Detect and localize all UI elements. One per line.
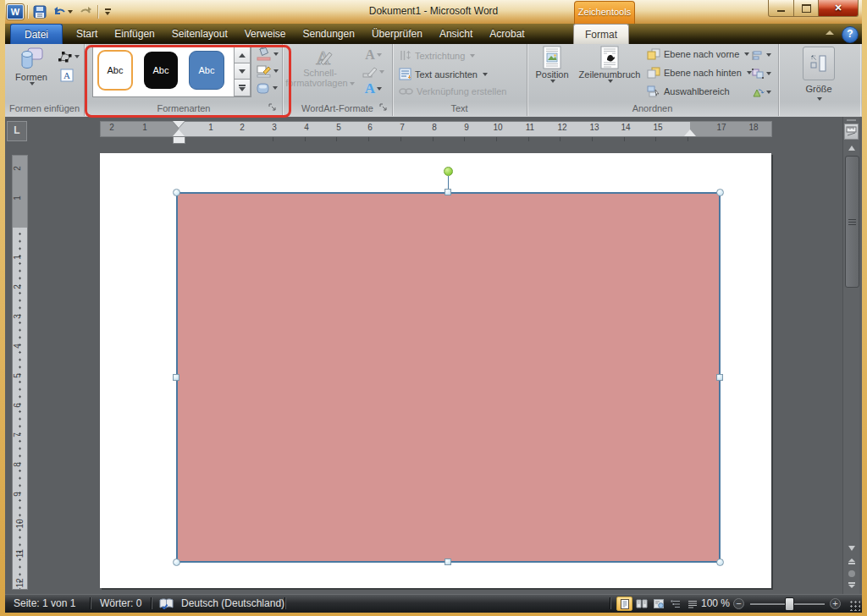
word-count[interactable]: Wörter: 0 <box>100 597 141 609</box>
shape-outline-arrow[interactable] <box>273 69 279 73</box>
resize-handle-left[interactable] <box>173 374 179 381</box>
shape-style-option-1[interactable]: Abc <box>97 51 133 90</box>
resize-handle-bottom-left[interactable] <box>173 558 180 566</box>
resize-handle-top-left[interactable] <box>173 189 180 196</box>
maximize-button[interactable] <box>794 0 819 17</box>
resize-handle-bottom-right[interactable] <box>716 558 724 566</box>
shape-fill-button[interactable] <box>253 47 280 62</box>
shape-style-option-2[interactable]: Abc <box>143 51 179 90</box>
right-indent-marker[interactable] <box>684 129 696 136</box>
view-fullscreen-reading-button[interactable] <box>633 597 649 611</box>
vertical-scrollbar[interactable] <box>842 117 859 594</box>
wordart-dialog-launcher[interactable] <box>379 103 389 113</box>
ribbon-tab[interactable]: Verweise <box>236 24 295 44</box>
ribbon-tab[interactable]: Seitenlayout <box>163 24 236 44</box>
selected-rectangle-shape[interactable] <box>176 192 721 563</box>
view-draft-button[interactable] <box>684 597 700 611</box>
shape-styles-dialog-launcher[interactable] <box>268 103 279 113</box>
resize-handle-top[interactable] <box>445 189 451 195</box>
create-link-button[interactable]: Verknüpfung erstellen <box>399 86 506 96</box>
edit-shape-button[interactable] <box>56 49 81 64</box>
shape-style-option-3[interactable]: Abc <box>189 51 224 90</box>
rotation-handle[interactable] <box>444 167 453 176</box>
ribbon-tab[interactable]: Einfügen <box>106 24 163 44</box>
resize-handle-top-right[interactable] <box>716 189 724 196</box>
zoom-in-button[interactable]: + <box>830 598 841 609</box>
edit-points-icon <box>58 51 73 63</box>
text-outline-button[interactable] <box>359 64 388 80</box>
rotate-objects-arrow <box>766 91 771 94</box>
align-objects-button[interactable] <box>748 48 774 62</box>
scroll-up-button[interactable] <box>844 142 859 154</box>
ribbon-tab[interactable]: Start <box>68 24 106 44</box>
shape-outline-button[interactable] <box>253 63 280 79</box>
text-direction-button[interactable]: Textrichtung <box>399 49 475 62</box>
text-effects-arrow[interactable] <box>377 87 382 91</box>
rotate-objects-icon <box>751 86 765 98</box>
shape-effects-button[interactable] <box>253 80 280 96</box>
page-indicator[interactable]: Seite: 1 von 1 <box>14 597 75 609</box>
group-objects-button[interactable] <box>748 67 774 80</box>
resize-grip[interactable] <box>849 600 860 611</box>
send-backward-button[interactable]: Ebene nach hinten <box>647 67 752 79</box>
ribbon-tab[interactable]: Überprüfen <box>363 24 431 44</box>
ribbon-tab[interactable]: Acrobat <box>481 24 533 44</box>
vertical-ruler[interactable]: 21 123456789101112 <box>12 155 28 590</box>
ribbon-tab[interactable]: Sendungen <box>294 24 362 44</box>
gallery-more-button[interactable] <box>234 79 251 96</box>
ribbon-tab[interactable]: Ansicht <box>431 24 481 44</box>
first-line-indent-marker[interactable] <box>173 121 185 128</box>
bring-forward-button[interactable]: Ebene nach vorne <box>647 48 749 60</box>
language-indicator[interactable]: Deutsch (Deutschland) <box>181 597 284 609</box>
size-button-frame <box>803 47 835 80</box>
next-page-button[interactable] <box>844 580 859 591</box>
zoom-level[interactable]: 100 % <box>701 597 730 609</box>
shapes-button[interactable]: Formen <box>8 47 54 101</box>
view-outline-button[interactable] <box>667 597 683 611</box>
align-text-button[interactable]: Text ausrichten <box>399 68 488 80</box>
shape-fill-arrow[interactable] <box>273 52 279 56</box>
toggle-ruler-button[interactable] <box>844 124 859 140</box>
ruler-number: 7 <box>400 123 405 132</box>
left-indent-marker[interactable] <box>173 136 185 144</box>
horizontal-ruler[interactable]: 21 123456789101112131415 1718 <box>100 121 772 137</box>
resize-handle-right[interactable] <box>716 374 723 381</box>
text-box-button[interactable]: A <box>58 68 76 83</box>
proofing-status-icon[interactable] <box>159 598 174 609</box>
minimize-button[interactable] <box>768 0 794 17</box>
gallery-scroll-up-button[interactable] <box>234 47 251 64</box>
close-button[interactable]: ✕ <box>819 0 859 17</box>
rotate-objects-button[interactable] <box>748 85 774 99</box>
help-button[interactable]: ? <box>842 26 859 43</box>
group-shape-styles: Abc Abc Abc <box>86 44 283 116</box>
gallery-scroll-down-button[interactable] <box>234 63 251 80</box>
text-outline-icon <box>362 66 378 79</box>
split-handle[interactable] <box>847 119 856 121</box>
previous-page-button[interactable] <box>844 556 859 567</box>
view-web-layout-button[interactable] <box>650 597 666 611</box>
hanging-indent-marker[interactable] <box>173 129 185 136</box>
quick-styles-button[interactable]: A Schnell- formatvorlagen <box>285 46 355 100</box>
selection-pane-label: Auswahlbereich <box>664 86 730 96</box>
zoom-slider-thumb[interactable] <box>785 597 794 611</box>
select-browse-object-button[interactable] <box>844 569 859 579</box>
tab-stop-selector[interactable]: L <box>7 121 27 141</box>
zoom-out-button[interactable]: − <box>733 598 744 609</box>
maximize-icon <box>802 4 811 13</box>
wrap-text-button[interactable]: Zeilenumbruch <box>576 46 643 100</box>
scroll-down-button[interactable] <box>844 542 859 554</box>
text-fill-button[interactable]: A <box>359 47 388 63</box>
minimize-ribbon-button[interactable] <box>823 29 837 39</box>
svg-text:A: A <box>64 70 70 80</box>
ribbon-tab[interactable]: Datei <box>10 24 63 44</box>
scrollbar-thumb[interactable] <box>845 156 859 288</box>
resize-handle-bottom[interactable] <box>445 558 451 565</box>
selection-pane-button[interactable]: Auswahlbereich <box>647 85 730 97</box>
view-print-layout-button[interactable] <box>616 597 632 611</box>
text-effects-button[interactable]: A <box>359 81 388 96</box>
tab-format-active[interactable]: Format <box>573 24 629 44</box>
shape-effects-arrow[interactable] <box>273 86 278 90</box>
size-button[interactable]: Größe <box>802 47 836 106</box>
position-button[interactable]: Position <box>530 46 574 100</box>
shape-fill-icon <box>256 47 272 61</box>
